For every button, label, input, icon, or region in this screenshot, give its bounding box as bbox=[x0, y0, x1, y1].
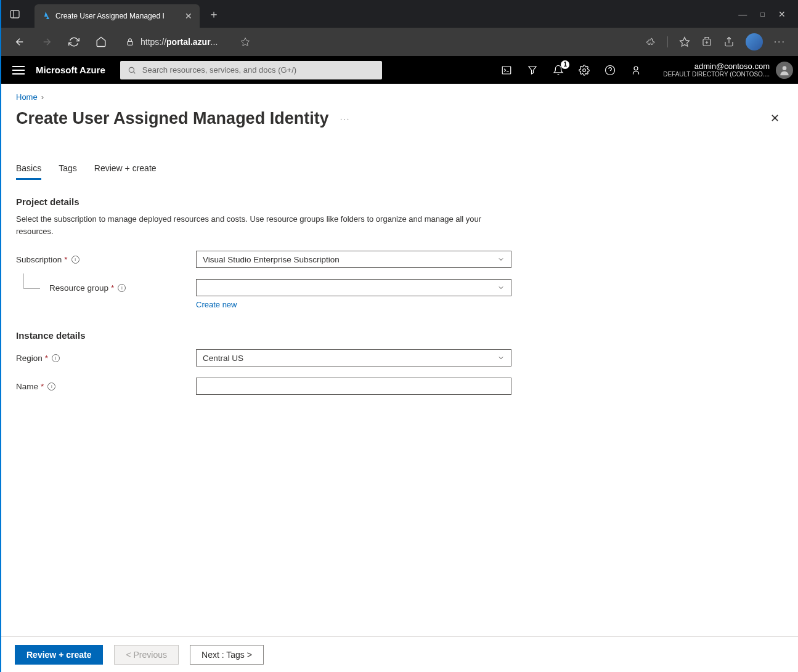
search-icon bbox=[128, 66, 136, 75]
extensions-icon[interactable] bbox=[645, 36, 656, 47]
svg-rect-2 bbox=[128, 41, 132, 45]
url-text: https://portal.azur... bbox=[140, 37, 218, 47]
lock-icon bbox=[126, 38, 134, 46]
directory-filter-icon[interactable] bbox=[526, 64, 539, 76]
form-tabs: Basics Tags Review + create bbox=[16, 163, 783, 180]
browser-tab[interactable]: Create User Assigned Managed I ✕ bbox=[35, 4, 200, 28]
subscription-label: Subscription* i bbox=[16, 255, 196, 264]
name-input[interactable] bbox=[196, 378, 511, 395]
minimize-icon[interactable]: — bbox=[738, 9, 747, 19]
resource-group-label: Resource group* i bbox=[16, 283, 196, 293]
review-create-button[interactable]: Review + create bbox=[15, 645, 103, 665]
instance-details-heading: Instance details bbox=[16, 330, 783, 341]
name-row: Name* i bbox=[16, 378, 783, 395]
region-value: Central US bbox=[203, 354, 243, 363]
name-label: Name* i bbox=[16, 382, 196, 391]
maximize-icon[interactable]: □ bbox=[760, 10, 765, 18]
create-new-link[interactable]: Create new bbox=[196, 300, 783, 309]
browser-titlebar: Create User Assigned Managed I ✕ ＋ — □ ✕ bbox=[1, 0, 798, 28]
portal-search-input[interactable]: Search resources, services, and docs (G+… bbox=[120, 61, 382, 79]
toolbar-right: ··· bbox=[645, 33, 791, 51]
azure-favicon-icon bbox=[41, 11, 51, 21]
notification-badge: 1 bbox=[561, 60, 569, 69]
back-button[interactable] bbox=[9, 31, 31, 53]
info-icon[interactable]: i bbox=[52, 354, 60, 362]
region-label: Region* i bbox=[16, 354, 196, 363]
info-icon[interactable]: i bbox=[118, 284, 126, 292]
url-bar[interactable]: https://portal.azur... bbox=[117, 37, 259, 47]
notifications-icon[interactable]: 1 bbox=[552, 64, 564, 76]
svg-point-6 bbox=[583, 68, 586, 71]
resource-group-row: Resource group* i bbox=[16, 279, 783, 296]
subscription-dropdown[interactable]: Visual Studio Enterprise Subscription bbox=[196, 251, 511, 268]
portal-header: Microsoft Azure Search resources, servic… bbox=[1, 56, 798, 84]
favorite-add-icon[interactable] bbox=[240, 37, 250, 47]
region-dropdown[interactable]: Central US bbox=[196, 349, 511, 366]
portal-brand[interactable]: Microsoft Azure bbox=[36, 65, 105, 75]
tab-tags[interactable]: Tags bbox=[59, 163, 77, 180]
footer-bar: Review + create < Previous Next : Tags > bbox=[1, 636, 798, 672]
page-heading: Create User Assigned Managed Identity ··… bbox=[16, 108, 783, 129]
title-more-icon[interactable]: ··· bbox=[340, 114, 351, 123]
svg-point-7 bbox=[606, 65, 615, 75]
close-blade-icon[interactable]: ✕ bbox=[767, 108, 783, 129]
breadcrumb-home[interactable]: Home bbox=[16, 92, 38, 102]
user-email: admin@contoso.com bbox=[663, 62, 770, 71]
next-button[interactable]: Next : Tags > bbox=[190, 645, 264, 665]
chevron-down-icon bbox=[497, 256, 505, 263]
favorites-icon[interactable] bbox=[679, 36, 690, 47]
window-controls: — □ ✕ bbox=[738, 9, 798, 19]
close-window-icon[interactable]: ✕ bbox=[778, 9, 786, 19]
feedback-icon[interactable] bbox=[630, 64, 642, 76]
breadcrumb: Home › bbox=[16, 92, 783, 102]
browser-toolbar: https://portal.azur... ··· bbox=[1, 28, 798, 56]
share-icon[interactable] bbox=[723, 36, 735, 47]
help-icon[interactable] bbox=[604, 64, 616, 76]
previous-button: < Previous bbox=[114, 645, 179, 665]
project-details-desc: Select the subscription to manage deploy… bbox=[16, 213, 484, 237]
project-details-heading: Project details bbox=[16, 196, 783, 207]
user-directory: DEFAULT DIRECTORY (CONTOSO.... bbox=[663, 71, 770, 78]
browser-tab-title: Create User Assigned Managed I bbox=[55, 12, 179, 20]
user-avatar-icon bbox=[776, 62, 793, 79]
hamburger-menu-icon[interactable] bbox=[12, 66, 25, 75]
user-account[interactable]: admin@contoso.com DEFAULT DIRECTORY (CON… bbox=[656, 62, 798, 79]
settings-icon[interactable] bbox=[578, 64, 590, 76]
portal-header-icons: 1 admin@contoso.com DEFAULT DIRECTORY (C… bbox=[500, 62, 798, 79]
subscription-value: Visual Studio Enterprise Subscription bbox=[203, 255, 340, 264]
svg-point-4 bbox=[129, 67, 134, 72]
subscription-row: Subscription* i Visual Studio Enterprise… bbox=[16, 251, 783, 268]
forward-button[interactable] bbox=[36, 31, 58, 53]
collections-icon[interactable] bbox=[701, 36, 712, 47]
cloud-shell-icon[interactable] bbox=[500, 64, 513, 76]
chevron-down-icon bbox=[497, 354, 505, 362]
svg-point-8 bbox=[634, 67, 638, 70]
svg-point-9 bbox=[783, 66, 787, 70]
svg-rect-5 bbox=[502, 67, 511, 74]
info-icon[interactable]: i bbox=[47, 383, 55, 391]
refresh-button[interactable] bbox=[63, 31, 85, 53]
browser-profile-icon[interactable] bbox=[746, 33, 763, 51]
chevron-right-icon: › bbox=[41, 92, 44, 102]
tab-basics[interactable]: Basics bbox=[16, 163, 41, 180]
region-row: Region* i Central US bbox=[16, 349, 783, 366]
resource-group-dropdown[interactable] bbox=[196, 279, 511, 296]
tab-review[interactable]: Review + create bbox=[94, 163, 157, 180]
tab-close-icon[interactable]: ✕ bbox=[184, 10, 193, 22]
svg-rect-0 bbox=[10, 10, 19, 18]
sidebar-toggle-icon[interactable] bbox=[6, 6, 23, 23]
page-title: Create User Assigned Managed Identity bbox=[16, 109, 329, 128]
chevron-down-icon bbox=[497, 284, 505, 291]
new-tab-button[interactable]: ＋ bbox=[208, 7, 219, 22]
browser-menu-icon[interactable]: ··· bbox=[774, 36, 786, 47]
page-content: Home › Create User Assigned Managed Iden… bbox=[1, 84, 798, 636]
home-button[interactable] bbox=[90, 31, 112, 53]
search-placeholder: Search resources, services, and docs (G+… bbox=[142, 65, 296, 75]
info-icon[interactable]: i bbox=[71, 256, 79, 264]
